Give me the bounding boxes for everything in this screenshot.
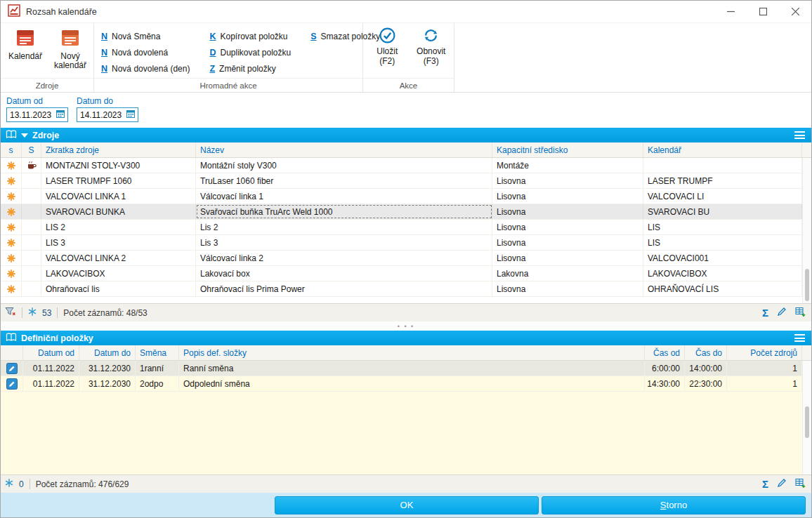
cell-cas-od: 6:00:00 <box>645 361 685 376</box>
column-header-nazev[interactable]: Název <box>196 142 492 157</box>
datepicker-icon[interactable] <box>126 109 136 121</box>
table-row[interactable]: LIS 2 Lis 2 Lisovna LIS <box>1 220 802 235</box>
grid-menu-icon[interactable] <box>794 333 805 344</box>
dialog-button-bar: OK Storno <box>1 493 811 517</box>
cell-kalendar: LIS <box>643 235 802 250</box>
table-row[interactable]: VALCOVACI LINKA 2 Válcovací linka 2 Liso… <box>1 251 802 266</box>
cell-popis: Odpolední směna <box>179 376 645 391</box>
ulozit-button[interactable]: Uložit (F2) <box>370 25 405 78</box>
nova-dovolena-den-button[interactable]: N Nová dovolená (den) <box>100 60 191 77</box>
cell-zkratka: VALCOVACI LINKA 1 <box>41 189 196 204</box>
zmenit-polozky-button[interactable]: Z Změnit položky <box>208 60 292 77</box>
column-header-cas-do[interactable]: Čas do <box>685 345 727 360</box>
zdroje-rows: MONTAZNI STOLY-V300 Montážní stoly V300 … <box>1 158 811 303</box>
table-row[interactable]: 01.11.2022 31.12.2030 2odpo Odpolední sm… <box>1 376 802 392</box>
kalendar-button-label: Kalendář <box>8 52 42 61</box>
snowflake-icon[interactable] <box>28 307 37 318</box>
cell-zkratka: LASER TRUMPF 1060 <box>41 173 196 188</box>
column-header-S[interactable]: S <box>22 142 41 157</box>
accelerator-letter: N <box>101 64 107 74</box>
datum-od-field: Datum od <box>6 96 68 128</box>
nova-dovolena-button[interactable]: N Nová dovolená <box>100 44 191 60</box>
accelerator-letter: K <box>209 32 216 41</box>
cell-S <box>22 220 41 234</box>
ribbon-spacer <box>454 23 811 92</box>
storno-button[interactable]: Storno <box>542 496 806 514</box>
column-header-zkratka[interactable]: Zkratka zdroje <box>41 142 196 157</box>
column-header-datum-od[interactable]: Datum od <box>23 345 79 360</box>
table-row-selected[interactable]: SVAROVACI BUNKA Svařovací buňka TruArc W… <box>1 204 802 220</box>
novy-kalendar-button-label: Nový kalendář <box>50 52 91 70</box>
vertical-scrollbar[interactable] <box>802 158 811 303</box>
table-add-icon[interactable] <box>795 307 806 319</box>
row-edit-icon[interactable] <box>1 376 23 391</box>
datum-od-input[interactable] <box>6 107 68 122</box>
table-add-icon[interactable] <box>795 478 806 491</box>
table-row[interactable]: LIS 3 Lis 3 Lisovna LIS <box>1 235 802 251</box>
row-edit-icon[interactable] <box>1 361 23 376</box>
kopirovat-polozku-button[interactable]: K Kopírovat položku <box>208 28 292 44</box>
ribbon-group-label-zdroje: Zdroje <box>1 78 93 92</box>
novy-kalendar-button[interactable]: Nový kalendář <box>50 26 91 78</box>
edit-pencil-icon[interactable] <box>777 307 787 319</box>
datepicker-icon[interactable] <box>55 109 65 121</box>
close-button[interactable] <box>779 1 811 22</box>
filter-icon[interactable] <box>5 307 16 319</box>
table-row[interactable]: VALCOVACI LINKA 1 Válcovací linka 1 Liso… <box>1 189 802 204</box>
datum-od-label: Datum od <box>6 96 68 106</box>
titlebar: Rozsah kalendáře <box>1 1 811 23</box>
nova-dovolena-den-label: Nová dovolená (den) <box>112 64 190 74</box>
minimize-button[interactable] <box>714 1 747 22</box>
accelerator-letter: N <box>101 48 107 58</box>
check-circle-icon <box>379 27 396 46</box>
edit-pencil-icon[interactable] <box>777 478 787 490</box>
kalendar-button[interactable]: Kalendář <box>5 26 46 78</box>
datum-do-value[interactable] <box>80 110 124 120</box>
cell-datum-od: 01.11.2022 <box>23 376 79 391</box>
sum-icon[interactable]: Σ <box>762 479 768 489</box>
column-header-cas-od[interactable]: Čas od <box>645 345 685 360</box>
panel-splitter[interactable]: • • • <box>1 321 811 331</box>
column-header-pocet-zdroju[interactable]: Počet zdrojů <box>727 345 802 360</box>
column-header-smena[interactable]: Směna <box>136 345 179 360</box>
duplikovat-polozku-button[interactable]: D Duplikovat položku <box>208 44 292 60</box>
grid-menu-icon[interactable] <box>794 130 805 141</box>
cell-zkratka: LAKOVACIBOX <box>41 266 196 281</box>
ok-button[interactable]: OK <box>275 496 539 514</box>
column-header-popis[interactable]: Popis def. složky <box>179 345 645 360</box>
zdroje-panel-header: Zdroje <box>1 128 811 142</box>
maximize-button[interactable] <box>747 1 779 22</box>
cell-kalendar: LASER TRUMPF <box>643 173 802 188</box>
obnovit-button[interactable]: Obnovit (F3) <box>414 25 449 78</box>
nova-smena-button[interactable]: N Nová Směna <box>100 28 191 44</box>
table-row[interactable]: Ohraňovací lis Ohraňovací lis Prima Powe… <box>1 281 802 297</box>
table-row-current[interactable]: 01.11.2022 31.12.2030 1ranní Ranní směna… <box>1 361 802 376</box>
sum-icon[interactable]: Σ <box>762 307 768 318</box>
vertical-scrollbar[interactable] <box>802 361 811 474</box>
table-row[interactable]: LAKOVACIBOX Lakovací box Lakovna LAKOVAC… <box>1 266 802 281</box>
datum-do-input[interactable] <box>77 107 138 122</box>
cell-zkratka: Ohraňovací lis <box>41 281 196 296</box>
column-header-datum-do[interactable]: Datum do <box>79 345 136 360</box>
cell-zkratka: SVAROVACI BUNKA <box>41 204 196 219</box>
column-header-edit[interactable] <box>1 345 23 360</box>
table-row[interactable]: MONTAZNI STOLY-V300 Montážní stoly V300 … <box>1 158 802 173</box>
scrollbar-thumb[interactable] <box>805 269 809 301</box>
table-row[interactable]: LASER TRUMPF 1060 TruLaser 1060 fiber Li… <box>1 173 802 189</box>
collapse-chevron-icon[interactable] <box>21 131 28 140</box>
zmenit-polozky-label: Změnit položky <box>219 64 276 74</box>
datum-od-value[interactable] <box>10 110 53 120</box>
cell-S <box>22 266 41 281</box>
cell-stredisko: Lisovna <box>492 204 643 219</box>
asterisk-icon <box>1 158 22 173</box>
definicni-panel-header: Definiční položky <box>1 331 811 345</box>
column-header-stredisko[interactable]: Kapacitní středisko <box>492 142 643 157</box>
cell-pocet-zdroju: 1 <box>727 376 802 391</box>
column-header-kalendar[interactable]: Kalendář <box>643 142 802 157</box>
duplikovat-polozku-label: Duplikovat položku <box>220 48 291 58</box>
ok-button-label: OK <box>400 500 414 510</box>
scrollbar-thumb[interactable] <box>805 406 809 438</box>
zdroje-column-headers: s S Zkratka zdroje Název Kapacitní střed… <box>1 142 811 158</box>
column-header-s[interactable]: s <box>1 142 22 157</box>
snowflake-icon[interactable] <box>5 479 13 489</box>
